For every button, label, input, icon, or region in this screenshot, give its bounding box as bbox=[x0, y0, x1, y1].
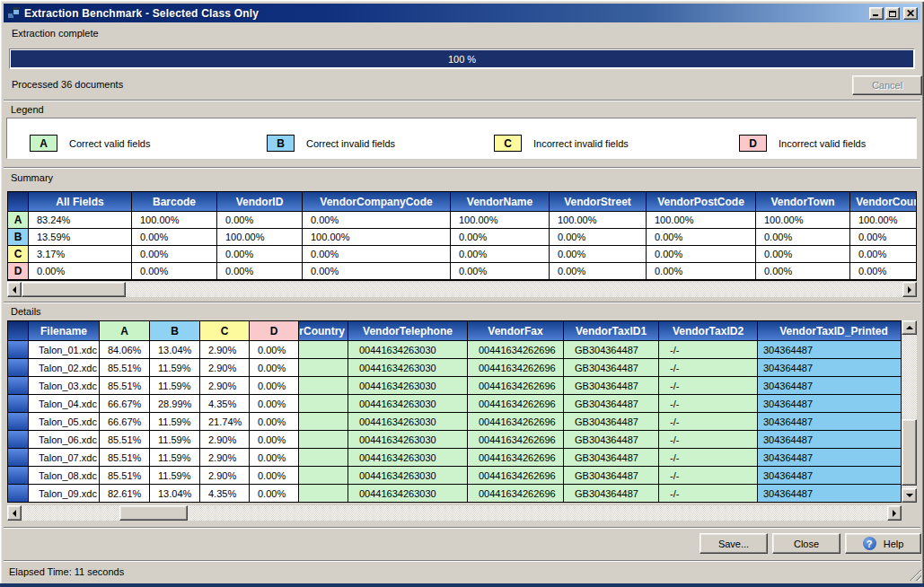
details-value-cell: 00441634262696 bbox=[468, 395, 564, 413]
summary-value-cell: 0.00% bbox=[303, 212, 451, 229]
minimize-button[interactable] bbox=[869, 7, 884, 20]
summary-corner-cell bbox=[8, 192, 29, 212]
details-value-cell: 304364487 bbox=[758, 485, 902, 503]
cancel-button[interactable]: Cancel bbox=[852, 75, 922, 95]
details-value-cell bbox=[299, 431, 348, 449]
details-value-cell: -/- bbox=[659, 359, 758, 377]
legend-key-a: A bbox=[30, 135, 57, 152]
summary-value-cell: 0.00% bbox=[303, 246, 451, 263]
summary-value-cell: 0.00% bbox=[550, 229, 647, 246]
details-value-cell: 2.90% bbox=[200, 359, 250, 377]
details-value-cell bbox=[299, 359, 348, 377]
arrow-up-icon bbox=[906, 326, 913, 329]
details-value-cell bbox=[299, 395, 348, 413]
legend-key-b: B bbox=[267, 135, 295, 152]
details-row-selector[interactable] bbox=[8, 449, 29, 467]
details-value-cell: 00441634262696 bbox=[468, 485, 564, 503]
details-vscrollbar[interactable] bbox=[902, 320, 917, 503]
details-value-cell: 2.90% bbox=[200, 431, 250, 449]
details-header-row: FilenameABCDVendorCountryVendorTelephone… bbox=[8, 321, 901, 341]
save-button[interactable]: Save... bbox=[700, 533, 768, 554]
summary-hscrollbar[interactable] bbox=[7, 282, 917, 297]
details-column-header: B bbox=[150, 321, 200, 341]
summary-hscroll-right-arrow[interactable] bbox=[902, 282, 917, 297]
statusbar-divider bbox=[4, 560, 920, 562]
details-value-cell: 85.51% bbox=[100, 449, 150, 467]
details-value-cell: 21.74% bbox=[200, 413, 250, 431]
summary-row-key: C bbox=[8, 246, 29, 263]
processed-count-text: Processed 36 documents bbox=[12, 79, 123, 90]
legend-title: Legend bbox=[11, 104, 44, 115]
arrow-right-icon bbox=[908, 286, 911, 294]
resize-grip-icon[interactable] bbox=[910, 569, 921, 581]
details-value-cell: 28.99% bbox=[150, 395, 200, 413]
details-value-cell: 0.00% bbox=[250, 359, 299, 377]
details-row-selector[interactable] bbox=[8, 413, 29, 431]
details-value-cell: 00441634263030 bbox=[348, 395, 468, 413]
details-hscrollbar[interactable] bbox=[7, 505, 902, 521]
details-row-selector[interactable] bbox=[8, 341, 29, 359]
title-bar[interactable]: Extraction Benchmark - Selected Class On… bbox=[4, 4, 920, 22]
maximize-button[interactable] bbox=[885, 7, 900, 20]
details-value-cell: 2.90% bbox=[200, 449, 250, 467]
summary-hscroll-thumb[interactable] bbox=[22, 282, 126, 297]
summary-value-cell: 83.24% bbox=[29, 212, 132, 229]
summary-value-cell: 0.00% bbox=[217, 212, 303, 229]
details-value-cell: -/- bbox=[659, 413, 758, 431]
details-value-cell: 2.90% bbox=[200, 467, 250, 485]
details-value-cell: GB304364487 bbox=[564, 485, 659, 503]
details-hscroll-left-arrow[interactable] bbox=[7, 505, 22, 521]
details-value-cell: GB304364487 bbox=[564, 341, 659, 359]
details-filename-cell: Talon_03.xdc bbox=[29, 377, 100, 395]
summary-divider bbox=[4, 167, 920, 169]
summary-value-cell: 0.00% bbox=[132, 263, 217, 280]
details-value-cell: 00441634263030 bbox=[348, 431, 468, 449]
details-value-cell: 66.67% bbox=[100, 395, 150, 413]
details-row: Talon_08.xdc85.51%11.59%2.90%0.00%004416… bbox=[8, 467, 901, 485]
details-value-cell: 00441634262696 bbox=[468, 377, 564, 395]
app-icon bbox=[6, 7, 21, 20]
details-value-cell: 84.06% bbox=[100, 341, 150, 359]
legend-panel: A Correct valid fields B Correct invalid… bbox=[6, 118, 917, 159]
details-hscroll-right-arrow[interactable] bbox=[887, 505, 902, 521]
details-value-cell bbox=[299, 467, 348, 485]
summary-table: All FieldsBarcodeVendorIDVendorCompanyCo… bbox=[7, 191, 917, 281]
details-corner-cell bbox=[8, 321, 29, 341]
summary-hscroll-left-arrow[interactable] bbox=[7, 282, 22, 297]
summary-value-cell: 0.00% bbox=[132, 229, 217, 246]
details-row-selector[interactable] bbox=[8, 359, 29, 377]
details-column-header: VendorFax bbox=[468, 321, 564, 341]
details-row-selector[interactable] bbox=[8, 485, 29, 503]
details-value-cell: 304364487 bbox=[758, 431, 902, 449]
footer-divider bbox=[4, 527, 920, 529]
dialog-window: Extraction Benchmark - Selected Class On… bbox=[0, 0, 924, 587]
summary-value-cell: 100.00% bbox=[647, 212, 756, 229]
close-dialog-button[interactable]: Close bbox=[772, 533, 840, 554]
arrow-left-icon bbox=[13, 286, 16, 294]
details-hscroll-thumb[interactable] bbox=[119, 505, 188, 521]
details-vscroll-thumb[interactable] bbox=[902, 419, 917, 486]
details-column-header: VendorTelephone bbox=[348, 321, 468, 341]
details-row-selector[interactable] bbox=[8, 467, 29, 485]
details-row-selector[interactable] bbox=[8, 395, 29, 413]
summary-value-cell: 0.00% bbox=[756, 263, 850, 280]
details-row: Talon_07.xdc85.51%11.59%2.90%0.00%004416… bbox=[8, 449, 901, 467]
summary-value-cell: 0.00% bbox=[850, 229, 917, 246]
details-column-header: VendorTaxID2 bbox=[659, 321, 758, 341]
details-value-cell: 304364487 bbox=[758, 359, 902, 377]
elapsed-time-text: Elapsed Time: 11 seconds bbox=[9, 566, 124, 577]
summary-column-header: VendorStreet bbox=[550, 192, 647, 212]
help-button[interactable]: ? Help bbox=[845, 533, 921, 554]
details-table: FilenameABCDVendorCountryVendorTelephone… bbox=[7, 320, 902, 503]
details-row: Talon_05.xdc66.67%11.59%21.74%0.00%00441… bbox=[8, 413, 901, 431]
details-value-cell: -/- bbox=[659, 449, 758, 467]
legend-label-c: Incorrect invalid fields bbox=[533, 138, 629, 149]
details-row-selector[interactable] bbox=[8, 377, 29, 395]
window-title: Extraction Benchmark - Selected Class On… bbox=[24, 7, 869, 20]
details-vscroll-up-arrow[interactable] bbox=[902, 320, 917, 335]
details-value-cell bbox=[299, 341, 348, 359]
summary-value-cell: 100.00% bbox=[550, 212, 647, 229]
details-vscroll-down-arrow[interactable] bbox=[902, 488, 917, 503]
details-row-selector[interactable] bbox=[8, 431, 29, 449]
close-button[interactable]: ✕ bbox=[903, 7, 918, 20]
